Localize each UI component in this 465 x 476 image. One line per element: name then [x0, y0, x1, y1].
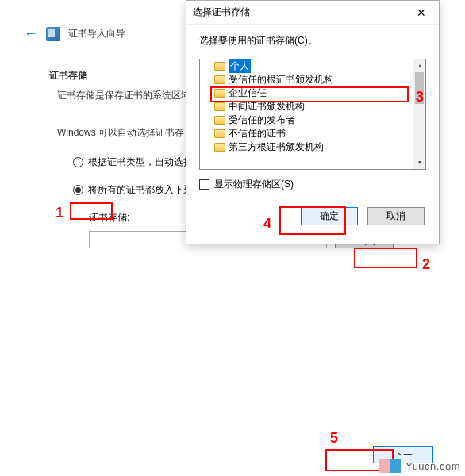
tree-item-intermediate[interactable]: 中间证书颁发机构 [200, 100, 425, 113]
tree-item-label: 受信任的发布者 [229, 113, 295, 127]
tree-item-label: 企业信任 [229, 86, 267, 100]
close-icon[interactable]: ✕ [410, 6, 432, 19]
watermark-logo [379, 459, 401, 473]
dialog-title: 选择证书存储 [193, 6, 250, 19]
tree-item-label: 不信任的证书 [229, 127, 286, 140]
tree-item-third-party[interactable]: 第三方根证书颁发机构 [200, 140, 425, 154]
dialog-body: 选择要使用的证书存储(C)。 个人 受信任的根证书颁发机构 企业信任 中间证书颁… [186, 25, 439, 201]
annotation-2: 2 [422, 256, 430, 273]
folder-icon [214, 129, 225, 138]
folder-icon [214, 102, 225, 111]
tree-item-trusted-root[interactable]: 受信任的根证书颁发机构 [200, 73, 425, 86]
wizard-icon [46, 27, 60, 41]
scroll-up-icon[interactable]: ▴ [413, 60, 425, 72]
cancel-button[interactable]: 取消 [367, 207, 425, 225]
radio-auto-label: 根据证书类型，自动选择 [88, 155, 193, 169]
radio-manual-label: 将所有的证书都放入下列 [88, 183, 193, 197]
tree-item-enterprise[interactable]: 企业信任 [200, 86, 425, 100]
tree-item-label: 第三方根证书颁发机构 [229, 140, 324, 154]
tree-scrollbar[interactable]: ▴ ▾ [413, 60, 425, 169]
folder-icon [214, 62, 225, 71]
watermark: Yuucn.com [379, 459, 460, 473]
watermark-text: Yuucn.com [405, 460, 460, 472]
tree-item-label: 个人 [229, 60, 251, 73]
dialog-label: 选择要使用的证书存储(C)。 [199, 34, 426, 48]
show-physical-row[interactable]: 显示物理存储区(S) [199, 178, 426, 191]
ok-button[interactable]: 确定 [301, 207, 358, 225]
annotation-3: 3 [416, 89, 424, 106]
annotation-1: 1 [56, 205, 63, 221]
radio-manual[interactable] [73, 185, 83, 195]
scroll-down-icon[interactable]: ▾ [413, 156, 425, 169]
show-physical-checkbox[interactable] [199, 179, 209, 190]
wizard-title: 证书导入向导 [68, 27, 125, 40]
show-physical-label: 显示物理存储区(S) [214, 178, 294, 191]
cert-store-tree[interactable]: 个人 受信任的根证书颁发机构 企业信任 中间证书颁发机构 受信任的发布者 不信任… [199, 59, 426, 170]
folder-icon [214, 89, 225, 98]
folder-icon [214, 116, 225, 125]
folder-icon [214, 75, 225, 84]
dialog-titlebar: 选择证书存储 ✕ [186, 1, 439, 25]
tree-item-untrusted[interactable]: 不信任的证书 [200, 127, 425, 140]
back-arrow-icon[interactable]: ← [24, 25, 38, 42]
radio-auto[interactable] [73, 157, 83, 167]
annotation-4: 4 [263, 216, 271, 232]
tree-item-label: 受信任的根证书颁发机构 [229, 73, 333, 86]
annotation-5: 5 [330, 430, 338, 447]
tree-item-personal[interactable]: 个人 [200, 60, 425, 73]
tree-item-trusted-publishers[interactable]: 受信任的发布者 [200, 113, 425, 127]
select-cert-store-dialog: 选择证书存储 ✕ 选择要使用的证书存储(C)。 个人 受信任的根证书颁发机构 企… [186, 0, 440, 244]
folder-icon [214, 143, 225, 152]
dialog-footer: 确定 取消 [186, 201, 439, 232]
tree-item-label: 中间证书颁发机构 [229, 100, 305, 113]
